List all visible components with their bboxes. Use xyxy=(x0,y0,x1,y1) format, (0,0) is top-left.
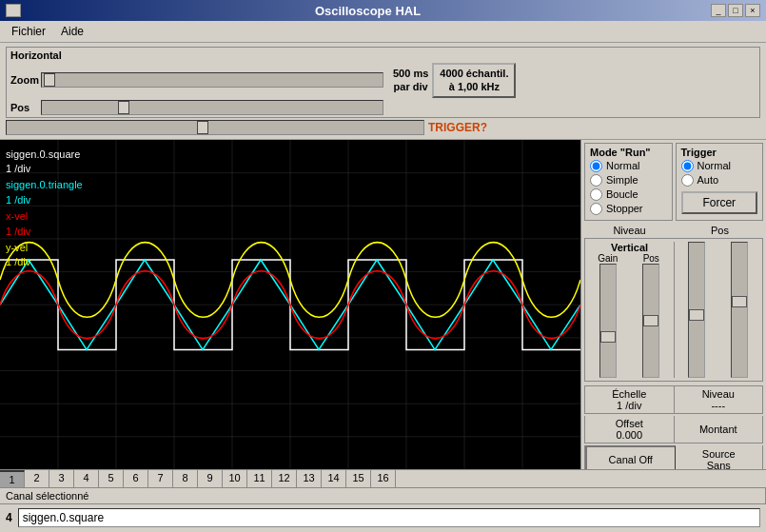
offset-value: 0.000 xyxy=(587,429,672,441)
vertical-gain-pos: Vertical Gain Pos xyxy=(588,242,675,378)
canal-source-area: Canal Off Source Sans xyxy=(584,445,763,469)
trigger-auto-label: Auto xyxy=(697,174,719,186)
mode-title: Mode "Run" xyxy=(590,147,667,158)
gain-slider[interactable] xyxy=(599,264,617,378)
channel-tabs: 12345678910111213141516 xyxy=(0,469,766,488)
bottom-left: Canal sélectionné 4 xyxy=(0,488,766,531)
channel-tab-16[interactable]: 16 xyxy=(371,470,396,487)
mode-stopper-radio[interactable] xyxy=(590,203,602,215)
zoom-thumb[interactable] xyxy=(44,73,55,87)
trigger-normal-label: Normal xyxy=(697,160,731,171)
scope-svg xyxy=(0,140,580,469)
sample-rate-button[interactable]: 4000 échantil. à 1,00 kHz xyxy=(432,63,516,98)
window-title: Oscilloscope HAL xyxy=(25,4,711,18)
channel-tab-5[interactable]: 5 xyxy=(99,470,124,487)
ch2-label: siggen.0.triangle 1 /div xyxy=(6,178,83,207)
time-per-div: 500 ms par div xyxy=(393,67,428,94)
top-right-sections: Mode "Run" Normal Simple Boucle xyxy=(584,143,763,221)
window-controls: _ □ × xyxy=(711,4,760,17)
channel-tab-9[interactable]: 9 xyxy=(198,470,223,487)
trigger-normal-row: Normal xyxy=(681,160,758,172)
horizontal-section: Horizontal Zoom 500 ms par div 4000 écha… xyxy=(0,43,766,140)
mode-simple-label: Simple xyxy=(606,174,638,186)
channel-tab-2[interactable]: 2 xyxy=(25,470,49,487)
gain-col: Gain xyxy=(588,253,628,378)
vert-pos-handle[interactable] xyxy=(643,315,658,326)
vert-pos-label: Pos xyxy=(643,253,659,264)
channel-tab-15[interactable]: 15 xyxy=(346,470,371,487)
channel-labels: siggen.0.square 1 /div siggen.0.triangle… xyxy=(6,148,83,270)
channel-tab-13[interactable]: 13 xyxy=(297,470,322,487)
force-button[interactable]: Forcer xyxy=(681,191,758,214)
trigger-normal-radio[interactable] xyxy=(681,160,694,172)
trigger-slider[interactable] xyxy=(6,120,424,135)
trigger-row: TRIGGER? xyxy=(6,120,760,135)
niveau-handle[interactable] xyxy=(689,309,704,321)
pos-thumb[interactable] xyxy=(118,101,129,114)
channel-tab-7[interactable]: 7 xyxy=(148,470,173,487)
channel-tab-6[interactable]: 6 xyxy=(124,470,148,487)
trigger-pos-slider[interactable] xyxy=(731,242,748,378)
trigger-pos-handle[interactable] xyxy=(732,296,747,307)
niveau-slider[interactable] xyxy=(688,242,705,378)
gain-handle[interactable] xyxy=(600,331,616,343)
channel-tab-14[interactable]: 14 xyxy=(322,470,346,487)
bottom-buttons-area: Offset 0.000 Montant xyxy=(584,416,763,443)
source-cell: Source Sans xyxy=(676,445,763,469)
vertical-sliders-section: Vertical Gain Pos xyxy=(584,238,763,382)
ch3-label: x-vel 1 /div xyxy=(6,209,83,239)
window-icon xyxy=(6,4,21,17)
tabs-container: 12345678910111213141516 xyxy=(0,470,766,487)
zoom-label: Zoom xyxy=(10,74,37,86)
niveau-dash-cell: Niveau ---- xyxy=(675,386,763,413)
signal-input[interactable] xyxy=(18,508,760,527)
mode-boucle-radio[interactable] xyxy=(590,188,602,201)
pos-header-label: Pos xyxy=(677,225,763,236)
horizontal-label: Horizontal xyxy=(10,49,62,61)
minimize-button[interactable]: _ xyxy=(711,4,726,17)
mode-normal-radio[interactable] xyxy=(590,160,602,172)
channel-tab-4[interactable]: 4 xyxy=(74,470,99,487)
mode-boucle-row: Boucle xyxy=(590,188,667,201)
channel-tab-3[interactable]: 3 xyxy=(49,470,74,487)
close-button[interactable]: × xyxy=(745,4,760,17)
mode-normal-row: Normal xyxy=(590,160,667,172)
canal-off-button[interactable]: Canal Off xyxy=(585,445,676,469)
menu-fichier[interactable]: Fichier xyxy=(4,23,53,40)
niveau-pos-sliders xyxy=(677,242,759,378)
channel-tab-12[interactable]: 12 xyxy=(272,470,297,487)
menubar: Fichier Aide xyxy=(0,21,766,43)
channel-num-label: 4 xyxy=(6,511,12,524)
scope-display: siggen.0.square 1 /div siggen.0.triangle… xyxy=(0,140,580,469)
mode-normal-label: Normal xyxy=(606,160,639,171)
vert-pos-slider[interactable] xyxy=(642,264,659,378)
zoom-slider[interactable] xyxy=(41,72,383,88)
montant-button[interactable]: Montant xyxy=(675,416,763,443)
mode-boucle-label: Boucle xyxy=(606,188,638,200)
source-label: Source xyxy=(678,448,760,460)
menu-aide[interactable]: Aide xyxy=(53,23,91,40)
mode-simple-radio[interactable] xyxy=(590,174,602,187)
channel-tab-8[interactable]: 8 xyxy=(173,470,198,487)
trigger-title: Trigger xyxy=(681,147,758,158)
channel-select-row: 4 xyxy=(0,504,766,531)
source-value: Sans xyxy=(678,460,760,469)
pos-col: Pos xyxy=(632,253,672,378)
maximize-button[interactable]: □ xyxy=(728,4,743,17)
echelle-label: Échelle xyxy=(587,388,672,400)
canal-selectionne: Canal sélectionné xyxy=(0,488,766,504)
trigger-auto-radio[interactable] xyxy=(681,174,694,187)
pos-slider[interactable] xyxy=(41,100,383,115)
echelle-cell: Échelle 1 /div xyxy=(585,386,675,413)
mode-stopper-row: Stopper xyxy=(590,203,667,215)
mode-stopper-label: Stopper xyxy=(606,203,643,214)
ch1-label: siggen.0.square 1 /div xyxy=(6,148,83,177)
offset-cell: Offset 0.000 xyxy=(585,416,675,443)
channel-tab-1[interactable]: 1 xyxy=(0,470,25,487)
channel-tab-10[interactable]: 10 xyxy=(223,470,247,487)
bottom-status: Canal sélectionné 4 xyxy=(0,488,766,531)
titlebar: Oscilloscope HAL _ □ × xyxy=(0,0,766,21)
channel-tab-11[interactable]: 11 xyxy=(247,470,272,487)
trigger-thumb[interactable] xyxy=(197,121,208,134)
echelle-value: 1 /div xyxy=(587,400,672,411)
